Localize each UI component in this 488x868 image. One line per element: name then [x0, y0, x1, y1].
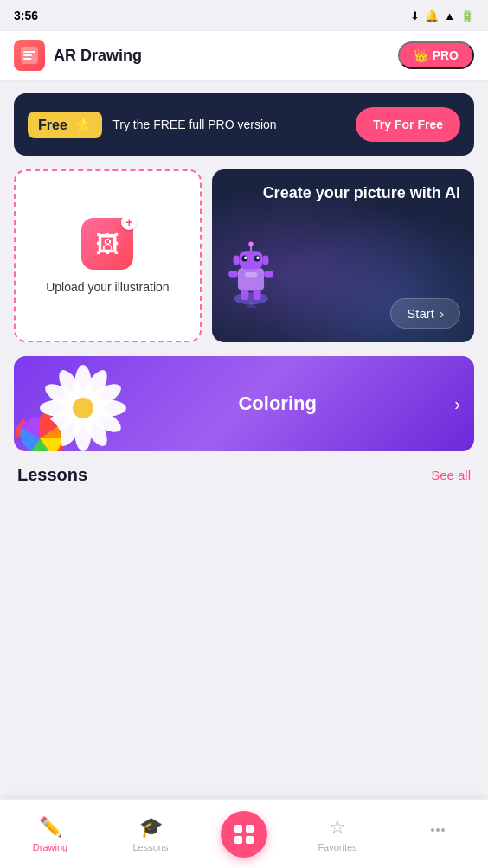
download-icon: ⬇	[410, 10, 420, 22]
pencil-icon: ✏️	[39, 816, 62, 839]
svg-rect-13	[228, 271, 238, 277]
svg-point-31	[73, 398, 93, 418]
ai-card-top: Create your picture with AI	[226, 183, 460, 203]
grid-icon	[233, 823, 255, 846]
ai-card-bottom: Start ›	[226, 298, 460, 329]
notification-icon: 🔔	[425, 10, 439, 22]
svg-rect-3	[238, 268, 264, 291]
upload-card[interactable]: 🖼 + Upload your illustration	[14, 169, 202, 342]
more-icon	[428, 820, 447, 845]
nav-center-button[interactable]	[221, 811, 267, 858]
svg-point-8	[256, 256, 260, 259]
see-all-link[interactable]: See all	[431, 468, 471, 482]
nav-item-lessons[interactable]: 🎓 Lessons	[120, 816, 181, 852]
bottom-nav: ✏️ Drawing 🎓 Lessons ☆ Favorites	[0, 799, 488, 868]
app-title: AR Drawing	[54, 47, 142, 65]
ai-card[interactable]: Create your picture with AI Start ›	[212, 169, 474, 342]
upload-icon-wrap: 🖼 +	[81, 218, 133, 270]
nav-label-drawing: Drawing	[33, 842, 67, 852]
lessons-header: Lessons See all	[17, 465, 471, 485]
lessons-nav-icon: 🎓	[139, 816, 163, 839]
status-icons: ⬇ 🔔 ▲ 🔋	[410, 10, 474, 22]
start-button[interactable]: Start ›	[390, 298, 460, 329]
svg-point-12	[248, 242, 253, 246]
nav-label-lessons: Lessons	[133, 842, 169, 852]
status-bar: 3:56 ⬇ 🔔 ▲ 🔋	[0, 0, 488, 31]
svg-point-36	[431, 828, 434, 832]
try-free-button[interactable]: Try For Free	[356, 107, 460, 142]
pro-button[interactable]: 👑 PRO	[398, 41, 474, 69]
plus-badge: +	[121, 214, 137, 230]
cards-row: 🖼 + Upload your illustration	[14, 169, 474, 342]
free-banner-text: Try the FREE full PRO version	[112, 118, 345, 131]
svg-point-37	[436, 828, 440, 832]
svg-rect-9	[233, 256, 239, 265]
svg-rect-33	[246, 825, 254, 833]
app-icon	[14, 40, 45, 71]
lessons-title: Lessons	[17, 465, 87, 485]
coloring-flower	[14, 356, 152, 451]
svg-rect-32	[234, 825, 242, 833]
svg-point-38	[441, 828, 445, 832]
svg-rect-17	[245, 272, 257, 277]
crown-icon: 👑	[414, 48, 428, 62]
status-time: 3:56	[14, 9, 38, 22]
upload-label: Upload your illustration	[46, 280, 169, 294]
svg-point-7	[244, 256, 247, 259]
nav-item-more[interactable]	[408, 820, 468, 848]
nav-item-drawing[interactable]: ✏️ Drawing	[20, 816, 80, 852]
coloring-arrow-icon: ›	[454, 394, 460, 414]
battery-icon: 🔋	[460, 10, 474, 22]
photo-icon: 🖼	[95, 230, 119, 258]
ticket-star-icon: ⭐	[74, 118, 92, 132]
nav-label-favorites: Favorites	[318, 842, 356, 852]
arrow-right-icon: ›	[440, 306, 444, 321]
svg-point-1	[31, 55, 36, 61]
free-ticket: Free ⭐	[28, 112, 102, 138]
coloring-banner[interactable]: Coloring ›	[14, 356, 474, 451]
main-content: Free ⭐ Try the FREE full PRO version Try…	[0, 80, 488, 509]
top-bar: AR Drawing 👑 PRO	[0, 31, 488, 80]
nav-item-favorites[interactable]: ☆ Favorites	[307, 816, 368, 852]
star-icon: ☆	[329, 816, 346, 839]
coloring-label: Coloring	[100, 393, 454, 415]
svg-rect-10	[262, 256, 268, 265]
svg-rect-14	[264, 271, 273, 277]
svg-rect-35	[246, 836, 254, 844]
wifi-icon: ▲	[444, 10, 455, 22]
lessons-section: Lessons See all	[14, 465, 474, 495]
free-banner[interactable]: Free ⭐ Try the FREE full PRO version Try…	[14, 93, 474, 156]
ai-title: Create your picture with AI	[226, 183, 460, 203]
ai-robot	[221, 239, 281, 308]
svg-rect-34	[234, 836, 242, 844]
top-bar-left: AR Drawing	[14, 40, 142, 71]
